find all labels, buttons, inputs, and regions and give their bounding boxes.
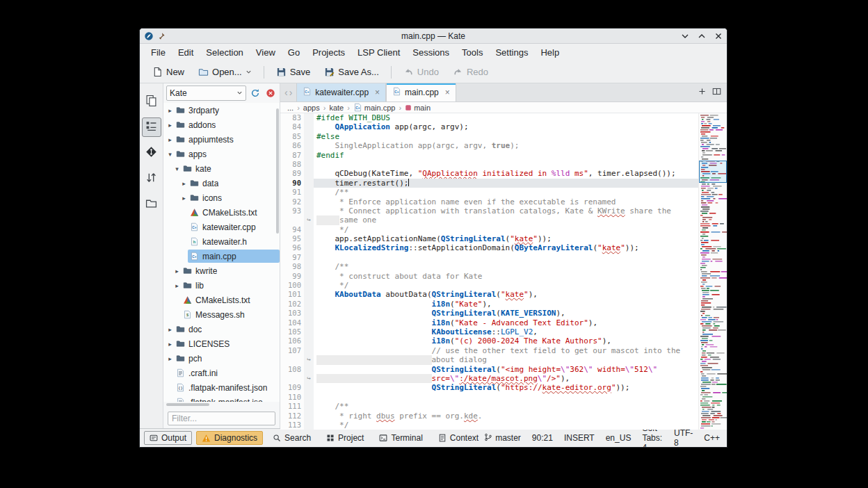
status-encoding[interactable]: UTF-8 [674, 428, 693, 448]
tree-item-lib[interactable]: ▸lib [163, 278, 280, 293]
expand-arrow-icon[interactable]: ▸ [166, 355, 174, 362]
menu-item-tools[interactable]: Tools [456, 46, 488, 59]
status-dictionary[interactable]: en_US [606, 433, 632, 443]
code-row-92[interactable]: 92 * Enforce application name even if th… [280, 197, 698, 206]
tab-main-cpp[interactable]: C+main.cpp× [386, 83, 456, 101]
code-row-94[interactable]: 94 */ [280, 225, 698, 234]
minimap-viewport[interactable] [699, 161, 727, 183]
new-button[interactable]: New [147, 65, 190, 79]
status-filetype[interactable]: C++ [704, 433, 720, 443]
code-row-102[interactable]: 102 i18n("Kate"), [280, 300, 698, 309]
title-bar[interactable]: main.cpp — Kate [140, 29, 727, 44]
save-button[interactable]: Save [271, 65, 316, 79]
tree-horizontal-scrollbar[interactable] [163, 402, 280, 408]
code-row-112[interactable]: 112 * right dbus prefix == org.kde. [280, 412, 698, 421]
code-row-107[interactable]: 107 // use the other text field to get o… [280, 346, 698, 355]
code-row-86[interactable]: 86 SingleApplication app(argc, argv, tru… [280, 141, 698, 150]
status-cursor-position[interactable]: 90:21 [532, 433, 553, 443]
menu-item-go[interactable]: Go [282, 46, 305, 59]
tab-scroll-right-icon[interactable]: › [289, 87, 293, 98]
minimize-button[interactable] [681, 32, 689, 40]
code-row-110[interactable]: 110 [280, 393, 698, 402]
project-selector[interactable]: Kate [166, 86, 246, 101]
save-as-button[interactable]: Save As... [319, 65, 385, 79]
code-row-93[interactable]: 93 * Connect application with translatio… [280, 206, 698, 215]
tree-item-cmakelists-txt[interactable]: CMakeLists.txt [163, 293, 280, 307]
menu-item-projects[interactable]: Projects [307, 46, 351, 59]
menu-item-lsp-client[interactable]: LSP Client [352, 46, 405, 59]
code-row-97[interactable]: 97 [280, 253, 698, 262]
code-row-90[interactable]: 90 timer.restart(); [280, 179, 698, 188]
code-row-89[interactable]: 89 qCDebug(KateTime, "QApplication initi… [280, 169, 698, 178]
code-row-wrap[interactable]: ↪same one [280, 215, 698, 225]
code-row-wrap[interactable]: ↪src=\":/kate/mascot.png\"/>"), [280, 374, 698, 383]
reload-project-button[interactable] [249, 87, 262, 99]
tree-vertical-scrollbar[interactable] [276, 108, 279, 234]
filesystem-tool-button[interactable] [142, 195, 161, 214]
expand-arrow-icon[interactable]: ▸ [180, 180, 188, 187]
close-project-button[interactable] [264, 87, 277, 99]
tree-item-3rdparty[interactable]: ▸3rdparty [163, 103, 280, 117]
code-row-99[interactable]: 99 * construct about data for Kate [280, 272, 698, 281]
status-branch[interactable]: master [484, 433, 521, 444]
breadcrumb-item-main-cpp[interactable]: C+main.cpp [353, 103, 396, 112]
code-row-84[interactable]: 84 QApplication app(argc, argv); [280, 122, 698, 131]
tree-item-licenses[interactable]: ▸LICENSES [163, 336, 280, 351]
tree-item-doc[interactable]: ▸doc [163, 322, 280, 336]
code-row-103[interactable]: 103 QStringLiteral(KATE_VERSION), [280, 309, 698, 318]
code-row-88[interactable]: 88 [280, 160, 698, 169]
minimap[interactable] [698, 113, 727, 430]
redo-button[interactable]: Redo [447, 65, 494, 79]
code-row-101[interactable]: 101 KAboutData aboutData(QStringLiteral(… [280, 290, 698, 299]
code-rows[interactable]: 83#ifdef WITH_DBUS84 QApplication app(ar… [280, 113, 698, 430]
tab-katewaiter-cpp[interactable]: C+katewaiter.cpp× [296, 83, 386, 101]
tree-item-cmakelists-txt[interactable]: CMakeLists.txt [163, 205, 280, 220]
tree-item-icons[interactable]: ▸icons [163, 190, 280, 205]
status-toolview-output[interactable]: Output [144, 431, 192, 445]
tree-item-addons[interactable]: ▸addons [163, 117, 280, 132]
breadcrumb-item-main[interactable]: main [405, 104, 431, 112]
expand-arrow-icon[interactable]: ▸ [166, 341, 174, 348]
code-row-113[interactable]: 113 */ [280, 421, 698, 430]
status-toolview-context[interactable]: Context [433, 431, 484, 445]
collapse-arrow-icon[interactable]: ▾ [166, 151, 174, 158]
sort-tool-button[interactable] [142, 169, 161, 188]
tree-item-flatpak-manifest-jso[interactable]: .flatpak-manifest.jso [163, 395, 280, 402]
maximize-button[interactable] [698, 32, 706, 40]
split-view-button[interactable] [712, 86, 721, 99]
code-row-98[interactable]: 98 /** [280, 262, 698, 271]
breadcrumb-collapsed[interactable]: ... [287, 104, 294, 112]
expand-arrow-icon[interactable]: ▸ [166, 122, 174, 129]
code-row-wrap[interactable]: ↪about dialog [280, 355, 698, 364]
git-tool-button[interactable] [142, 143, 161, 163]
menu-item-settings[interactable]: Settings [490, 46, 533, 59]
code-row-108[interactable]: 108 QStringLiteral("<img height=\"362\" … [280, 365, 698, 374]
tab-close-icon[interactable]: × [375, 88, 380, 97]
expand-arrow-icon[interactable]: ▸ [173, 268, 181, 275]
tree-item-craft-ini[interactable]: .craft.ini [163, 366, 280, 380]
tree-item-kate[interactable]: ▾kate [163, 161, 280, 176]
project-filter-input[interactable] [168, 412, 275, 425]
menu-item-sessions[interactable]: Sessions [407, 46, 455, 59]
code-row-83[interactable]: 83#ifdef WITH_DBUS [280, 113, 698, 122]
code-row-87[interactable]: 87#endif [280, 151, 698, 160]
tree-item-pch[interactable]: ▸pch [163, 351, 280, 366]
status-insert-mode[interactable]: INSERT [564, 433, 595, 443]
code-row-109[interactable]: 109 QStringLiteral("https://kate-editor.… [280, 383, 698, 392]
code-row-95[interactable]: 95 app.setApplicationName(QStringLiteral… [280, 234, 698, 243]
new-tab-button[interactable] [698, 86, 707, 99]
menu-item-view[interactable]: View [250, 46, 281, 59]
expand-arrow-icon[interactable]: ▸ [166, 107, 174, 114]
tree-item-messages-sh[interactable]: $Messages.sh [163, 307, 280, 322]
tree-item-kwrite[interactable]: ▸kwrite [163, 263, 280, 278]
tree-item-main-cpp[interactable]: C+main.cpp [163, 249, 280, 263]
tab-close-icon[interactable]: × [445, 88, 450, 97]
expand-arrow-icon[interactable]: ▸ [180, 195, 188, 202]
status-toolview-search[interactable]: Search [267, 431, 316, 445]
code-row-100[interactable]: 100 */ [280, 281, 698, 290]
open-button[interactable]: Open... [193, 65, 257, 79]
undo-button[interactable]: Undo [398, 65, 444, 79]
code-row-111[interactable]: 111 /** [280, 402, 698, 411]
tree-item-appiumtests[interactable]: ▸appiumtests [163, 132, 280, 147]
documents-tool-button[interactable] [142, 92, 161, 111]
